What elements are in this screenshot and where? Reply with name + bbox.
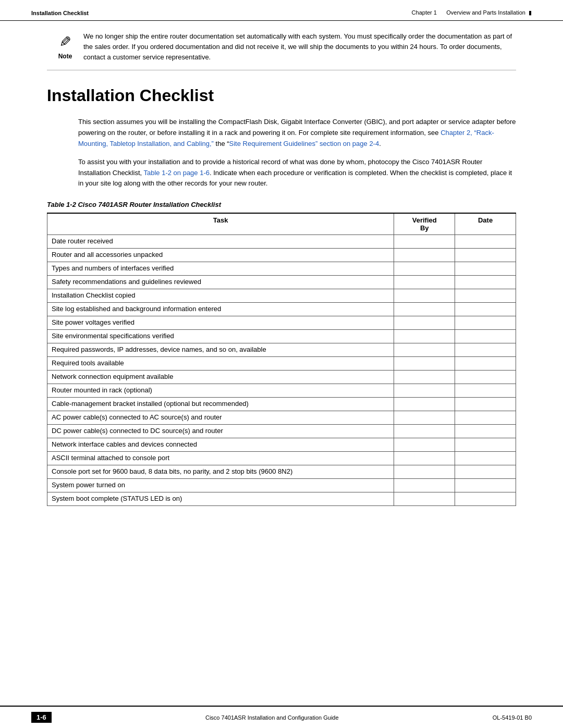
date-cell: [455, 371, 516, 384]
verified-by-cell: [394, 357, 455, 371]
verified-by-cell: [394, 492, 455, 506]
table-row: Safety recommendations and guidelines re…: [47, 276, 516, 289]
table-row: ASCII terminal attached to console port: [47, 452, 516, 465]
section-heading: Installation Checklist: [47, 86, 516, 105]
date-cell: [455, 235, 516, 249]
date-cell: [455, 411, 516, 425]
verified-by-cell: [394, 343, 455, 357]
task-cell: Required passwords, IP addresses, device…: [47, 343, 394, 357]
table-row: Date router received: [47, 235, 516, 249]
page-footer: 1-6 Cisco 7401ASR Installation and Confi…: [0, 706, 563, 728]
verified-by-cell: [394, 303, 455, 316]
date-cell: [455, 330, 516, 343]
date-cell: [455, 425, 516, 438]
verified-by-cell: [394, 438, 455, 452]
date-cell: [455, 289, 516, 303]
verified-by-cell: [394, 276, 455, 289]
table-row: Site log established and background info…: [47, 303, 516, 316]
date-cell: [455, 303, 516, 316]
header-chapter-title: Overview and Parts Installation: [446, 9, 525, 16]
table-row: Router and all accessories unpacked: [47, 249, 516, 262]
note-icon-area: ✎ Note: [47, 31, 83, 60]
task-cell: Cable-management bracket installed (opti…: [47, 398, 394, 411]
date-cell: [455, 492, 516, 506]
table-row: Cable-management bracket installed (opti…: [47, 398, 516, 411]
date-cell: [455, 452, 516, 465]
task-cell: Console port set for 9600 baud, 8 data b…: [47, 465, 394, 479]
task-cell: Router and all accessories unpacked: [47, 249, 394, 262]
date-cell: [455, 479, 516, 492]
task-cell: Site power voltages verified: [47, 316, 394, 330]
table-row: Required tools available: [47, 357, 516, 371]
verified-by-cell: [394, 384, 455, 398]
header-section-label: Installation Checklist: [31, 10, 89, 16]
table-row: Network connection equipment available: [47, 371, 516, 384]
table-section: Table 1-2 Cisco 7401ASR Router Installat…: [47, 201, 516, 506]
para1-end: .: [379, 140, 381, 147]
verified-by-cell: [394, 371, 455, 384]
note-label: Note: [58, 53, 72, 60]
task-cell: ASCII terminal attached to console port: [47, 452, 394, 465]
verified-by-cell: [394, 452, 455, 465]
main-content: ✎ Note We no longer ship the entire rout…: [0, 21, 563, 706]
verified-by-cell: [394, 425, 455, 438]
table-caption: Table 1-2 Cisco 7401ASR Router Installat…: [47, 201, 516, 208]
verified-by-cell: [394, 465, 455, 479]
task-cell: DC power cable(s) connected to DC source…: [47, 425, 394, 438]
task-cell: Network interface cables and devices con…: [47, 438, 394, 452]
date-cell: [455, 398, 516, 411]
task-cell: Router mounted in rack (optional): [47, 384, 394, 398]
body-para-1: This section assumes you will be install…: [78, 117, 516, 149]
table-link[interactable]: Table 1-2 on page 1-6: [144, 169, 210, 177]
date-cell: [455, 384, 516, 398]
date-cell: [455, 465, 516, 479]
header-chapter-info: Chapter 1 Overview and Parts Installatio…: [412, 9, 532, 16]
verified-by-cell: [394, 262, 455, 276]
col-task: Task: [47, 213, 394, 235]
note-text: We no longer ship the entire router docu…: [83, 31, 516, 63]
page-wrapper: Installation Checklist Chapter 1 Overvie…: [0, 0, 563, 728]
footer-doc-title: Cisco 7401ASR Installation and Configura…: [205, 714, 339, 721]
para1-mid: the “: [214, 140, 229, 147]
table-row: Router mounted in rack (optional): [47, 384, 516, 398]
header-chapter-label: Chapter 1: [412, 9, 437, 16]
table-row: System power turned on: [47, 479, 516, 492]
table-row: Console port set for 9600 baud, 8 data b…: [47, 465, 516, 479]
body-para-2: To assist you with your installation and…: [78, 157, 516, 189]
verified-by-cell: [394, 316, 455, 330]
task-cell: Types and numbers of interfaces verified: [47, 262, 394, 276]
table-row: Installation Checklist copied: [47, 289, 516, 303]
verified-by-cell: [394, 411, 455, 425]
task-cell: Site log established and background info…: [47, 303, 394, 316]
task-cell: Network connection equipment available: [47, 371, 394, 384]
table-row: Network interface cables and devices con…: [47, 438, 516, 452]
task-cell: AC power cable(s) connected to AC source…: [47, 411, 394, 425]
date-cell: [455, 276, 516, 289]
task-cell: Safety recommendations and guidelines re…: [47, 276, 394, 289]
table-row: AC power cable(s) connected to AC source…: [47, 411, 516, 425]
site-req-link[interactable]: Site Requirement Guidelines” section on …: [229, 140, 380, 147]
table-row: Types and numbers of interfaces verified: [47, 262, 516, 276]
date-cell: [455, 438, 516, 452]
date-cell: [455, 357, 516, 371]
date-cell: [455, 316, 516, 330]
note-box: ✎ Note We no longer ship the entire rout…: [47, 31, 516, 70]
col-verified-by: VerifiedBy: [394, 213, 455, 235]
verified-by-cell: [394, 398, 455, 411]
note-pencil-icon: ✎: [59, 33, 71, 51]
table-row: System boot complete (STATUS LED is on): [47, 492, 516, 506]
verified-by-cell: [394, 330, 455, 343]
checklist-table: Task VerifiedBy Date Date router receive…: [47, 213, 516, 506]
date-cell: [455, 249, 516, 262]
table-row: Site power voltages verified: [47, 316, 516, 330]
table-row: DC power cable(s) connected to DC source…: [47, 425, 516, 438]
task-cell: System boot complete (STATUS LED is on): [47, 492, 394, 506]
verified-by-cell: [394, 479, 455, 492]
verified-by-cell: [394, 235, 455, 249]
task-cell: Required tools available: [47, 357, 394, 371]
table-row: Required passwords, IP addresses, device…: [47, 343, 516, 357]
task-cell: Site environmental specifications verifi…: [47, 330, 394, 343]
date-cell: [455, 262, 516, 276]
verified-by-cell: [394, 249, 455, 262]
table-row: Site environmental specifications verifi…: [47, 330, 516, 343]
